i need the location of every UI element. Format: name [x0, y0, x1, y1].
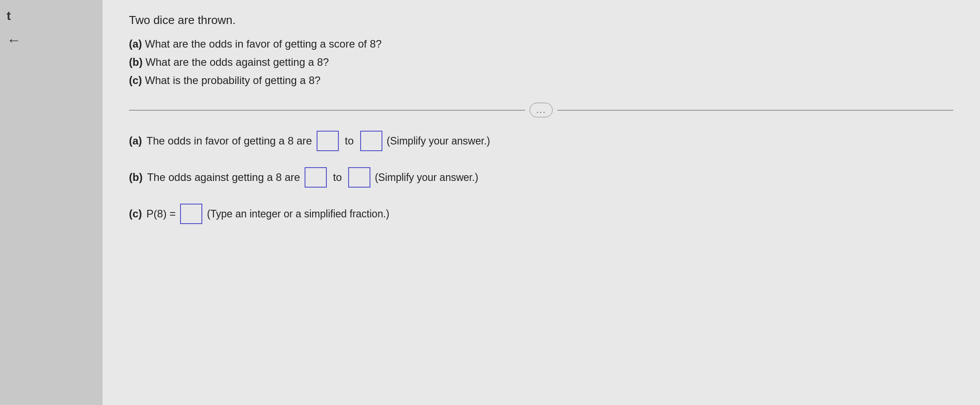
part-a-text: What are the odds in favor of getting a …: [145, 38, 382, 50]
back-icon[interactable]: ←: [7, 32, 21, 48]
answer-a-note: (Simplify your answer.): [387, 135, 490, 147]
question-part-b: (b) What are the odds against getting a …: [129, 53, 953, 72]
answer-b-label: (b): [129, 171, 143, 184]
answer-c-text1: P(8) =: [146, 208, 176, 220]
question-title: Two dice are thrown.: [129, 13, 953, 27]
answer-b-text1: The odds against getting a 8 are: [147, 171, 300, 184]
answer-row-a: (a) The odds in favor of getting a 8 are…: [129, 131, 953, 151]
part-c-label: (c): [129, 74, 142, 86]
part-b-text: What are the odds against getting a 8?: [145, 56, 329, 68]
divider-row: ...: [129, 103, 953, 117]
sidebar-label: t: [7, 9, 11, 23]
answer-a-label: (a): [129, 135, 142, 147]
sidebar: t ←: [0, 0, 102, 405]
part-b-label: (b): [129, 56, 143, 68]
answer-a-input2[interactable]: [360, 131, 382, 151]
divider-dots[interactable]: ...: [530, 103, 553, 117]
answer-b-to: to: [333, 171, 342, 184]
answer-section: (a) The odds in favor of getting a 8 are…: [129, 131, 953, 224]
answer-row-c: (c) P(8) = (Type an integer or a simplif…: [129, 204, 953, 224]
main-content: Two dice are thrown. (a) What are the od…: [102, 0, 980, 405]
answer-a-to: to: [345, 135, 354, 147]
question-part-c: (c) What is the probability of getting a…: [129, 72, 953, 90]
answer-c-input1[interactable]: [180, 204, 202, 224]
answer-b-note: (Simplify your answer.): [375, 172, 478, 184]
answer-b-input1[interactable]: [305, 167, 327, 188]
answer-b-input2[interactable]: [348, 167, 370, 188]
answer-c-label: (c): [129, 208, 142, 220]
part-c-text: What is the probability of getting a 8?: [145, 74, 321, 86]
divider-line-right: [557, 110, 953, 111]
part-a-label: (a): [129, 38, 142, 50]
answer-a-input1[interactable]: [317, 131, 339, 151]
answer-c-note: (Type an integer or a simplified fractio…: [207, 208, 389, 220]
question-part-a: (a) What are the odds in favor of gettin…: [129, 35, 953, 53]
question-parts: (a) What are the odds in favor of gettin…: [129, 35, 953, 89]
answer-a-text1: The odds in favor of getting a 8 are: [146, 135, 312, 147]
answer-row-b: (b) The odds against getting a 8 are to …: [129, 167, 953, 188]
divider-line-left: [129, 110, 525, 111]
